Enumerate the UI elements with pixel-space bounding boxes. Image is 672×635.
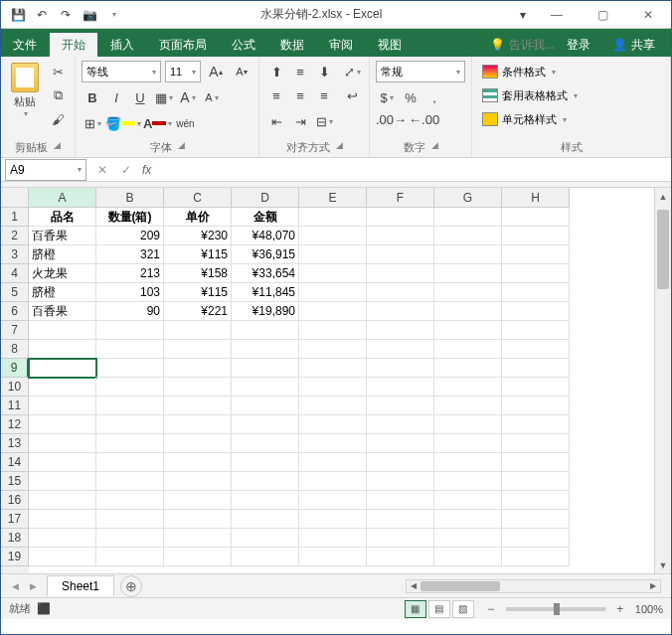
conditional-formatting-button[interactable]: 条件格式▾ xyxy=(478,61,582,82)
cell-D16[interactable] xyxy=(232,491,299,510)
cell-H14[interactable] xyxy=(502,453,570,472)
cell-G17[interactable] xyxy=(434,510,502,529)
cell-D13[interactable] xyxy=(232,434,299,453)
clipboard-dialog-launcher[interactable]: ◢ xyxy=(54,140,61,155)
row-header-3[interactable]: 3 xyxy=(1,245,29,264)
align-left-button[interactable]: ≡ xyxy=(265,84,287,106)
increase-decimal-button[interactable]: .00→ xyxy=(376,108,407,130)
cell-B17[interactable] xyxy=(96,510,164,529)
row-header-7[interactable]: 7 xyxy=(1,321,29,340)
border-button[interactable]: ▦▾ xyxy=(153,86,175,108)
zoom-out-button[interactable]: − xyxy=(484,602,498,616)
cell-E2[interactable] xyxy=(299,227,367,245)
cells-area[interactable]: 品名数量(箱)单价金额百香果209¥230¥48,070脐橙321¥115¥36… xyxy=(29,208,570,573)
view-page-layout-button[interactable]: ▤ xyxy=(428,600,450,618)
cell-B16[interactable] xyxy=(96,491,164,510)
ribbon-display-options[interactable]: ▾ xyxy=(512,4,534,26)
cell-styles-button[interactable]: 单元格样式▾ xyxy=(478,108,582,130)
increase-indent-button[interactable]: ⇥ xyxy=(289,110,311,132)
cell-C6[interactable]: ¥221 xyxy=(164,302,232,321)
fill-color-button[interactable]: 🪣▾ xyxy=(105,112,141,134)
zoom-slider[interactable] xyxy=(506,607,605,611)
row-header-19[interactable]: 19 xyxy=(1,548,29,566)
cell-E5[interactable] xyxy=(299,283,367,302)
cell-G18[interactable] xyxy=(434,529,502,548)
font-dialog-launcher[interactable]: ◢ xyxy=(178,140,185,155)
cell-D19[interactable] xyxy=(232,548,299,566)
font-color-a-button[interactable]: A▾ xyxy=(177,86,199,108)
cell-G6[interactable] xyxy=(434,302,502,321)
cell-C9[interactable] xyxy=(164,359,232,378)
cell-F15[interactable] xyxy=(367,472,434,491)
cell-E19[interactable] xyxy=(299,548,367,566)
cell-A7[interactable] xyxy=(29,321,96,340)
decrease-decimal-button[interactable]: ←.00 xyxy=(409,108,439,130)
cell-C10[interactable] xyxy=(164,378,232,397)
cell-A11[interactable] xyxy=(29,397,96,415)
cell-G8[interactable] xyxy=(434,340,502,359)
cell-C8[interactable] xyxy=(164,340,232,359)
cell-F2[interactable] xyxy=(367,227,434,245)
cell-D15[interactable] xyxy=(232,472,299,491)
font-color-a2-button[interactable]: A▾ xyxy=(201,86,223,108)
cell-E3[interactable] xyxy=(299,245,367,264)
cell-A16[interactable] xyxy=(29,491,96,510)
cell-B4[interactable]: 213 xyxy=(96,264,164,283)
cell-B9[interactable] xyxy=(96,359,164,378)
cell-D6[interactable]: ¥19,890 xyxy=(232,302,299,321)
cell-H12[interactable] xyxy=(502,415,570,434)
cell-B10[interactable] xyxy=(96,378,164,397)
cell-E16[interactable] xyxy=(299,491,367,510)
cell-B7[interactable] xyxy=(96,321,164,340)
cell-C5[interactable]: ¥115 xyxy=(164,283,232,302)
merge-center-button[interactable]: ⊟▾ xyxy=(313,110,335,132)
tab-formulas[interactable]: 公式 xyxy=(220,33,267,57)
screenshot-button[interactable]: 📷 xyxy=(79,4,100,26)
cell-D4[interactable]: ¥33,654 xyxy=(232,264,299,283)
cell-A1[interactable]: 品名 xyxy=(29,208,96,227)
cell-A15[interactable] xyxy=(29,472,96,491)
row-header-15[interactable]: 15 xyxy=(1,472,29,491)
cell-A3[interactable]: 脐橙 xyxy=(29,245,96,264)
cell-H1[interactable] xyxy=(502,208,570,227)
cell-D10[interactable] xyxy=(232,378,299,397)
row-header-8[interactable]: 8 xyxy=(1,340,29,359)
percent-button[interactable]: % xyxy=(400,86,421,108)
formula-input[interactable] xyxy=(155,159,671,181)
cell-B2[interactable]: 209 xyxy=(96,227,164,245)
tab-home[interactable]: 开始 xyxy=(50,33,97,57)
cell-A5[interactable]: 脐橙 xyxy=(29,283,96,302)
cell-D11[interactable] xyxy=(232,397,299,415)
align-middle-button[interactable]: ≡ xyxy=(289,61,311,82)
format-as-table-button[interactable]: 套用表格格式▾ xyxy=(478,84,582,106)
accounting-format-button[interactable]: $▾ xyxy=(376,86,398,108)
column-header-H[interactable]: H xyxy=(502,188,570,208)
copy-button[interactable]: ⧉ xyxy=(47,84,69,106)
decrease-indent-button[interactable]: ⇤ xyxy=(265,110,287,132)
cell-C16[interactable] xyxy=(164,491,232,510)
sheet-tab-sheet1[interactable]: Sheet1 xyxy=(47,575,114,596)
cell-G9[interactable] xyxy=(434,359,502,378)
cell-A4[interactable]: 火龙果 xyxy=(29,264,96,283)
cell-E11[interactable] xyxy=(299,397,367,415)
cell-E7[interactable] xyxy=(299,321,367,340)
cut-button[interactable]: ✂ xyxy=(47,61,69,82)
close-button[interactable]: ✕ xyxy=(625,1,671,29)
cell-A14[interactable] xyxy=(29,453,96,472)
cell-A12[interactable] xyxy=(29,415,96,434)
cell-H10[interactable] xyxy=(502,378,570,397)
select-all-corner[interactable] xyxy=(1,188,29,208)
qat-customize-button[interactable]: ▾ xyxy=(102,4,124,26)
row-header-14[interactable]: 14 xyxy=(1,453,29,472)
align-bottom-button[interactable]: ⬇ xyxy=(313,61,335,82)
cell-F11[interactable] xyxy=(367,397,434,415)
cell-C13[interactable] xyxy=(164,434,232,453)
cell-B5[interactable]: 103 xyxy=(96,283,164,302)
cell-D17[interactable] xyxy=(232,510,299,529)
cell-F1[interactable] xyxy=(367,208,434,227)
cell-E8[interactable] xyxy=(299,340,367,359)
cell-E12[interactable] xyxy=(299,415,367,434)
paste-button[interactable]: 粘贴 ▾ xyxy=(7,61,43,120)
cell-F7[interactable] xyxy=(367,321,434,340)
cell-H13[interactable] xyxy=(502,434,570,453)
